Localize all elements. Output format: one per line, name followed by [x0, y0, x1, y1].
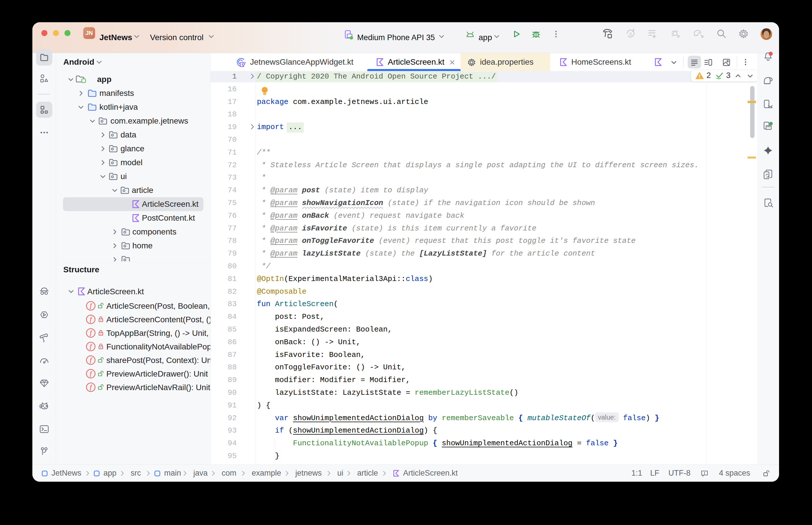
svg-text:A: A	[629, 32, 632, 37]
